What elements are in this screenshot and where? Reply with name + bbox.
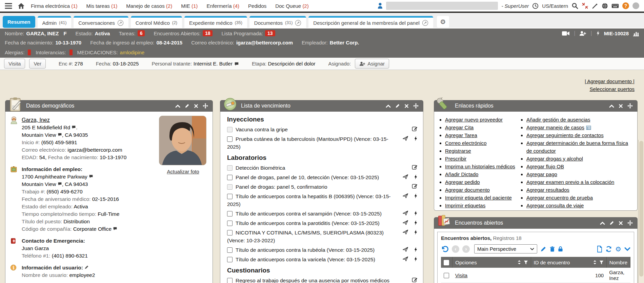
quick-action-bolt-icon[interactable] xyxy=(414,229,418,235)
quick-link[interactable]: Agregar examen previo a la colocación xyxy=(526,179,614,185)
edit-icon[interactable] xyxy=(609,221,614,225)
send-order-icon[interactable] xyxy=(402,193,408,199)
quick-link[interactable]: Agregar seguimiento de contactos xyxy=(526,132,604,138)
menu-item-mis-tareas[interactable]: Mis tareas (1) xyxy=(86,3,118,9)
visita-button[interactable]: Visita xyxy=(4,59,25,69)
comment-bubble-icon[interactable] xyxy=(72,125,76,129)
quick-link[interactable]: Añadir Dictado xyxy=(445,171,478,177)
table-row[interactable]: Visita 100 Garza, Inez xyxy=(441,268,630,283)
send-order-icon[interactable] xyxy=(402,135,408,142)
due-item-checkbox[interactable] xyxy=(227,175,233,180)
comment-bubble-icon[interactable] xyxy=(89,174,93,178)
close-icon[interactable] xyxy=(194,104,198,108)
quick-link[interactable]: Agregar drogas y alcohol xyxy=(526,156,583,162)
move-icon[interactable] xyxy=(203,103,208,109)
delete-perspective-icon[interactable] xyxy=(550,246,555,252)
sort-icon[interactable] xyxy=(518,260,521,265)
quick-action-bolt-icon[interactable] xyxy=(414,193,418,199)
medicaciones-value[interactable]: amlodipine xyxy=(120,50,145,55)
due-item-checkbox[interactable] xyxy=(227,211,233,216)
column-header-opciones[interactable]: Opciones xyxy=(452,257,531,268)
new-document-icon[interactable] xyxy=(597,246,602,252)
due-item-checkbox[interactable] xyxy=(227,194,233,199)
move-icon[interactable] xyxy=(627,103,633,109)
popout-icon[interactable] xyxy=(117,20,124,26)
send-order-icon[interactable] xyxy=(402,229,408,235)
due-item-checkbox[interactable] xyxy=(227,136,233,142)
lightning-icon[interactable] xyxy=(596,30,600,36)
hamburger-menu-icon[interactable] xyxy=(5,3,12,9)
perspective-select[interactable]: Main Perspective xyxy=(474,244,537,253)
list-view-icon[interactable] xyxy=(586,126,591,130)
quick-link[interactable]: Prescribir xyxy=(445,156,466,162)
tab-documentos[interactable]: Documentos(31) xyxy=(249,16,306,28)
collapse-icon[interactable] xyxy=(600,221,605,225)
row-visita-link[interactable]: Visita xyxy=(455,272,467,278)
quick-link[interactable]: Agregar visita xyxy=(526,210,558,211)
edit-user-info-icon[interactable] xyxy=(84,265,89,269)
menu-item-enfermeria[interactable]: Enfermería (4) xyxy=(206,3,239,9)
tab-admin[interactable]: Admin(41) xyxy=(38,16,72,28)
close-icon[interactable] xyxy=(619,221,623,225)
help-icon[interactable]: ? xyxy=(622,2,629,9)
quick-links-panel-header[interactable]: Enlaces rápidos xyxy=(434,100,638,112)
popout-icon[interactable] xyxy=(422,20,428,26)
menu-item-doc-queue[interactable]: Doc Queue (2) xyxy=(275,3,308,9)
row-checkbox[interactable] xyxy=(444,273,449,278)
bar-chart-icon[interactable] xyxy=(633,31,639,36)
quick-action-bolt-icon[interactable] xyxy=(414,220,418,226)
comment-bubble-icon[interactable] xyxy=(234,61,239,66)
due-item-checkbox[interactable] xyxy=(227,165,233,171)
edit-note-icon[interactable] xyxy=(412,126,418,132)
quick-link[interactable]: Agregar Tarea xyxy=(445,132,477,138)
tab-settings-button[interactable]: ⚙ xyxy=(437,16,449,27)
ver-button[interactable]: Ver xyxy=(29,59,46,69)
menu-item-manejo-de-casos[interactable]: Manejo de casos (2) xyxy=(126,3,172,9)
due-item-checkbox[interactable] xyxy=(227,230,233,235)
demographics-panel-header[interactable]: Datos demográficos xyxy=(5,100,213,112)
send-order-icon[interactable] xyxy=(402,210,408,216)
add-person-icon[interactable] xyxy=(579,31,586,36)
quick-link[interactable]: Agregar documento xyxy=(445,187,490,193)
patient-name-link[interactable]: Garza, Inez xyxy=(22,117,50,123)
disconnect-icon[interactable] xyxy=(582,2,588,9)
send-order-icon[interactable] xyxy=(402,246,408,252)
video-camera-icon[interactable] xyxy=(562,31,570,36)
globe-icon[interactable] xyxy=(602,3,608,9)
column-header-nombre[interactable]: Nombre xyxy=(606,257,630,268)
quick-link[interactable]: Agregar resultados xyxy=(526,187,569,193)
comment-bubble-icon[interactable] xyxy=(58,182,62,186)
update-photo-link[interactable]: Actualizar foto xyxy=(167,168,199,175)
add-document-link[interactable]: | Agregar documento | xyxy=(585,78,635,84)
quick-link[interactable]: Imprimir etiquetas xyxy=(445,203,485,208)
expand-chevron-icon[interactable] xyxy=(624,247,630,251)
filter-icon[interactable] xyxy=(599,260,604,265)
intolerancias-alert-block[interactable] xyxy=(69,50,73,55)
tab-membresia-panel[interactable]: Descripción general de la membresía del … xyxy=(308,16,433,28)
collapse-icon[interactable] xyxy=(386,104,391,108)
quick-action-bolt-icon[interactable] xyxy=(414,256,418,262)
menu-item-mie[interactable]: MIE (1) xyxy=(181,3,198,9)
due-item-checkbox[interactable] xyxy=(227,247,233,253)
quick-action-bolt-icon[interactable] xyxy=(414,174,418,180)
select-all-checkbox[interactable] xyxy=(444,260,449,265)
edit-note-icon[interactable] xyxy=(412,183,418,189)
due-item-checkbox[interactable] xyxy=(227,278,233,283)
quick-link[interactable]: Agregar nuevo proveedor xyxy=(445,117,503,122)
close-icon[interactable] xyxy=(404,104,409,108)
asignar-button[interactable]: Asignar xyxy=(355,59,389,69)
due-item-checkbox[interactable] xyxy=(227,127,233,132)
send-order-icon[interactable] xyxy=(402,174,408,180)
column-header-id-encuentro[interactable]: ID de encuentro xyxy=(531,257,606,268)
quick-link[interactable]: Registrarse xyxy=(445,148,471,154)
menu-item-pedidos[interactable]: Pedidos xyxy=(248,3,266,9)
quick-link[interactable]: Agregar determinación de buena forma fís… xyxy=(526,140,628,154)
collapse-icon[interactable] xyxy=(175,104,180,108)
send-order-icon[interactable] xyxy=(402,220,408,226)
prev-page-button[interactable]: ‹ xyxy=(452,245,459,253)
quick-link[interactable]: Imprimir etiqueta del paciente xyxy=(445,195,512,201)
home-icon[interactable] xyxy=(18,3,25,9)
tareas-badge[interactable]: 6 xyxy=(138,30,145,36)
search-icon[interactable] xyxy=(571,2,578,9)
menu-item-firma-electronica[interactable]: Firma electrónica (1) xyxy=(31,3,78,9)
